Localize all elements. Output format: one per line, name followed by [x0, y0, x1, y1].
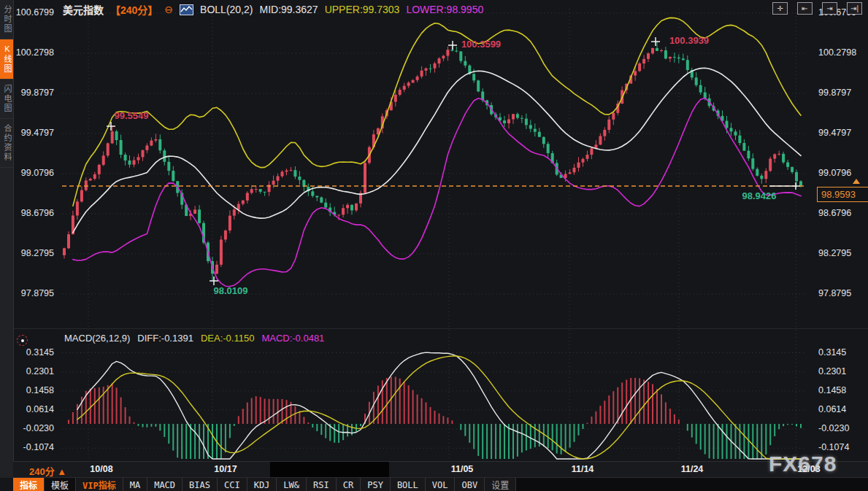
price-axis-label-right: 99.4797 — [818, 128, 864, 138]
boll-lower-value: LOWER:98.9950 — [406, 4, 483, 15]
macd-header: MACD(26,12,9) DIFF:-0.1391 DEA:-0.1150 M… — [64, 333, 324, 344]
price-annotation-low: 98.0109 — [214, 285, 248, 296]
symbol-name: 美元指数 — [63, 2, 104, 17]
last-price-badge: 98.9593 — [817, 187, 868, 202]
macd-axis-label-left: -0.1074 — [9, 442, 54, 452]
indicator-button-BIAS[interactable]: BIAS — [183, 478, 218, 491]
indicator-button-MACD[interactable]: MACD — [147, 478, 183, 491]
price-axis-label-left: 99.4797 — [9, 128, 54, 138]
macd-axis-label-left: 0.1458 — [9, 385, 54, 395]
crosshair-icon[interactable]: ✛ — [772, 2, 788, 15]
indicator-name: BOLL(20,2) — [200, 4, 253, 15]
last-price-arrow — [853, 179, 860, 184]
toolbar-tab-VIP指标[interactable]: VIP指标 — [76, 478, 123, 491]
price-annotation-high: 99.5549 — [115, 110, 149, 121]
indicator-toolbar: 指标模板VIP指标MAMACDBIASCCIKDJLW&RSICRPSYBOLL… — [13, 477, 868, 491]
price-axis-label-left: 99.0796 — [9, 168, 54, 178]
chart-header: 美元指数 【240分】 ⊖ BOLL(20,2) MID:99.3627 UPP… — [63, 2, 483, 17]
window-controls: ✛⇤⇥⇥| — [772, 2, 862, 15]
indicator-button-BOLL[interactable]: BOLL — [391, 478, 426, 491]
price-annotation-high: 100.3939 — [669, 35, 709, 46]
scrollbar-thumb[interactable] — [270, 462, 389, 478]
indicator-button-OBV[interactable]: OBV — [455, 478, 485, 491]
indicator-button-VOL[interactable]: VOL — [426, 478, 456, 491]
price-axis-label-left: 97.8795 — [9, 288, 54, 298]
price-axis-label-right: 97.8795 — [818, 288, 864, 298]
candlestick-chart-canvas[interactable] — [0, 0, 868, 491]
watermark: FX678 — [769, 452, 837, 476]
macd-macd-value: MACD:-0.0481 — [261, 333, 324, 344]
macd-axis-label-left: 0.3145 — [9, 347, 54, 357]
indicator-button-CR[interactable]: CR — [337, 478, 361, 491]
date-label: 10/17 — [214, 464, 237, 474]
macd-axis-label-right: -0.0230 — [818, 423, 864, 433]
compress-axis-icon[interactable]: ⇤ — [797, 2, 813, 15]
macd-axis-label-left: -0.0230 — [9, 423, 54, 433]
price-axis-label-left: 98.2795 — [9, 248, 54, 258]
indicator-button-CCI[interactable]: CCI — [218, 478, 247, 491]
price-axis-label-right: 99.8797 — [818, 88, 864, 98]
date-label: 11/05 — [451, 464, 474, 474]
indicator-button-PSY[interactable]: PSY — [361, 478, 391, 491]
macd-axis-label-right: 0.1458 — [818, 385, 864, 395]
sidebar-item-contract-info[interactable]: 合约资料 — [0, 119, 13, 168]
boll-upper-value: UPPER:99.7303 — [325, 4, 400, 15]
macd-axis-label-right: 0.2301 — [818, 366, 864, 376]
date-label: 10/08 — [90, 464, 112, 474]
sidebar: 分时图 K线图 闪电图 合约资料 — [0, 0, 14, 478]
macd-axis-label-right: 0.0614 — [818, 404, 864, 414]
expand-axis-icon[interactable]: ⇥ — [822, 2, 837, 15]
price-axis-label-right: 98.2795 — [818, 248, 864, 258]
date-label: 11/24 — [681, 464, 704, 474]
price-axis-label-left: 100.6799 — [9, 7, 54, 18]
macd-axis-label-right: 0.3145 — [818, 347, 864, 357]
sidebar-item-flash-chart[interactable]: 闪电图 — [0, 80, 13, 119]
indicator-button-LW&[interactable]: LW& — [277, 478, 307, 491]
shift-right-icon[interactable]: ⇥| — [847, 2, 862, 15]
timeline-row: 240分 ▲ 10/0810/1711/0511/1411/2412/03 — [13, 461, 868, 478]
price-annotation-low: 98.9426 — [742, 190, 777, 201]
toolbar-tab-指标[interactable]: 指标 — [13, 478, 45, 491]
collapse-icon[interactable]: ⊖ — [164, 4, 173, 15]
boll-mid-value: MID:99.3627 — [259, 4, 318, 15]
trading-terminal: 美元指数 【240分】 ⊖ BOLL(20,2) MID:99.3627 UPP… — [0, 0, 868, 491]
indicator-button-MA[interactable]: MA — [123, 478, 147, 491]
sidebar-item-timeline-chart[interactable]: 分时图 — [0, 0, 13, 39]
kline-chart-icon — [180, 4, 193, 15]
macd-axis-label-left: 0.2301 — [9, 366, 54, 376]
indicator-button-KDJ[interactable]: KDJ — [247, 478, 277, 491]
price-axis-label-right: 99.0796 — [818, 168, 864, 178]
macd-dea-value: DEA:-0.1150 — [201, 333, 254, 344]
macd-axis-label-left: 0.0614 — [9, 404, 54, 414]
price-annotation-high: 100.3599 — [461, 39, 501, 50]
indicator-button-设置[interactable]: 设置 — [485, 478, 516, 491]
toolbar-tab-模板[interactable]: 模板 — [45, 478, 76, 491]
sidebar-item-kline-chart[interactable]: K线图 — [0, 39, 13, 80]
price-axis-label-left: 99.8797 — [9, 88, 54, 98]
date-label: 11/14 — [572, 464, 594, 474]
price-axis-label-right: 98.6796 — [818, 208, 864, 218]
price-axis-label-left: 98.6796 — [9, 208, 54, 218]
macd-title: MACD(26,12,9) — [64, 333, 130, 344]
timeframe-selector[interactable]: 240分 ▲ — [29, 464, 66, 478]
macd-settings-icon[interactable] — [17, 335, 28, 346]
price-axis-label-right: 100.2798 — [818, 47, 864, 58]
macd-diff-value: DIFF:-0.1391 — [137, 333, 193, 344]
timeframe-label: 【240分】 — [110, 2, 158, 17]
indicator-button-RSI[interactable]: RSI — [307, 478, 337, 491]
price-axis-label-left: 100.2798 — [9, 47, 54, 58]
